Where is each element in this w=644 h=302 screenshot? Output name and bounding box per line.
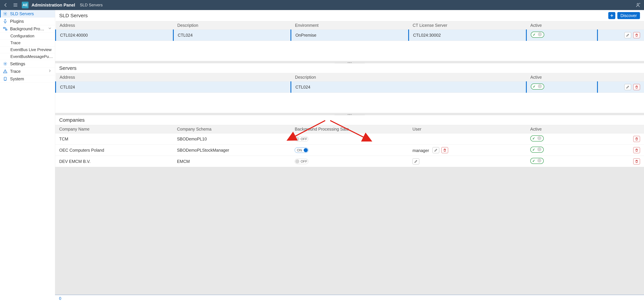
sidebar-item-system[interactable]: System — [0, 75, 55, 83]
plugin-icon — [3, 19, 8, 23]
server-row[interactable]: CTL024 CTL024 ✓ — [56, 82, 644, 93]
footer: 0 — [55, 295, 644, 302]
bps-toggle[interactable]: OFF — [295, 136, 308, 142]
sidebar-sub-eventbus-live-preview[interactable]: EventBus Live Preview — [0, 46, 55, 53]
cell-environment: OnPremise — [291, 30, 409, 41]
menu-button[interactable] — [12, 2, 19, 8]
delete-button[interactable] — [633, 158, 640, 164]
splitter[interactable]: • • • — [55, 61, 644, 63]
sidebar-item-trace[interactable]: Trace — [0, 68, 55, 75]
active-toggle[interactable]: ✓ — [530, 158, 544, 164]
cell-user: manager — [408, 145, 526, 156]
section-title: Servers — [59, 65, 76, 71]
col-environment[interactable]: Environment — [291, 21, 409, 30]
user-activity-icon[interactable] — [635, 2, 642, 8]
trash-icon — [443, 148, 446, 152]
col-address[interactable]: Address — [56, 73, 291, 82]
cell-address: CTL024 — [56, 82, 291, 93]
sidebar: SLD Servers Plugins Background Processin… — [0, 10, 55, 302]
sld-servers-table: Address Description Environment CT Licen… — [55, 21, 644, 41]
sidebar-item-label: Settings — [10, 61, 52, 66]
cell-user — [408, 134, 526, 145]
check-icon: ✓ — [533, 33, 536, 37]
sidebar-item-label: SLD Servers — [10, 11, 52, 16]
trash-icon — [635, 137, 638, 141]
edit-user-button[interactable] — [412, 158, 419, 164]
sidebar-sub-eventbus-message-publisher[interactable]: EventBusMessagePublisher... — [0, 53, 55, 60]
sidebar-sub-label: Configuration — [10, 34, 34, 38]
delete-user-button[interactable] — [442, 147, 448, 153]
trash-icon — [635, 159, 638, 163]
col-user[interactable]: User — [408, 125, 526, 134]
company-row[interactable]: TCM SBODemoPL10 OFF ✓ — [55, 134, 644, 145]
cell-company-schema: EMCM — [173, 156, 291, 167]
section-title: Companies — [59, 117, 85, 123]
add-sld-server-button[interactable] — [608, 12, 615, 19]
svg-rect-5 — [3, 27, 5, 28]
chevron-down-icon — [48, 26, 52, 31]
col-bps[interactable]: Background Processing Sate — [291, 125, 408, 134]
sidebar-item-label: System — [10, 77, 52, 81]
back-button[interactable] — [2, 2, 9, 8]
active-toggle[interactable]: ✓ — [530, 147, 544, 153]
device-icon — [3, 77, 8, 81]
delete-button[interactable] — [633, 84, 640, 90]
delete-button[interactable] — [633, 147, 640, 153]
topbar: AE Administration Panel SLD Servers — [0, 0, 644, 10]
delete-button[interactable] — [633, 32, 640, 38]
section-servers: Servers Address Description Active CTL02… — [55, 63, 644, 113]
cell-address: CTL024:40000 — [56, 30, 174, 41]
app-logo: AE — [22, 2, 28, 8]
app-title: Administration Panel — [32, 2, 75, 8]
edit-button[interactable] — [624, 32, 631, 38]
active-toggle[interactable]: ✓ — [530, 136, 544, 142]
footer-count: 0 — [59, 296, 61, 301]
col-address[interactable]: Address — [56, 21, 174, 30]
sidebar-item-plugins[interactable]: Plugins — [0, 17, 55, 25]
bps-toggle[interactable]: ON — [295, 148, 308, 153]
cell-ct-license: CTL024:30002 — [409, 30, 526, 41]
edit-button[interactable] — [624, 84, 631, 90]
sidebar-sub-label: EventBus Live Preview — [10, 47, 52, 52]
svg-point-4 — [5, 13, 6, 14]
col-active[interactable]: Active — [526, 73, 598, 82]
company-row[interactable]: OEC Computers Poland SBODemoPLStockManag… — [55, 145, 644, 156]
section-sld-servers: SLD Servers Discover Address Description — [55, 10, 644, 61]
plus-icon — [610, 13, 614, 17]
servers-table: Address Description Active CTL024 CTL024… — [55, 73, 644, 93]
col-active[interactable]: Active — [526, 125, 605, 134]
delete-button[interactable] — [633, 136, 640, 142]
col-company-schema[interactable]: Company Schema — [173, 125, 291, 134]
sidebar-item-settings[interactable]: Settings — [0, 60, 55, 68]
edit-user-button[interactable] — [432, 147, 439, 153]
pencil-icon — [626, 33, 630, 37]
col-active[interactable]: Active — [526, 21, 598, 30]
pencil-icon — [434, 148, 438, 152]
cell-company-name: DEV EMCM B.V. — [55, 156, 173, 167]
app-subtitle: SLD Servers — [80, 3, 103, 7]
col-ct-license[interactable]: CT License Server — [409, 21, 526, 30]
check-icon: ✓ — [532, 137, 535, 141]
col-company-name[interactable]: Company Name — [55, 125, 173, 134]
col-description[interactable]: Description — [291, 73, 526, 82]
sidebar-sub-trace[interactable]: Trace — [0, 39, 55, 46]
sidebar-item-background-processing[interactable]: Background Processing — [0, 25, 55, 33]
svg-point-7 — [5, 63, 6, 64]
cell-company-schema: SBODemoPLStockManager — [173, 145, 291, 156]
sidebar-item-sld-servers[interactable]: SLD Servers — [0, 10, 55, 17]
company-row[interactable]: DEV EMCM B.V. EMCM OFF — [55, 156, 644, 167]
check-icon: ✓ — [533, 85, 536, 89]
gear-icon — [3, 11, 8, 16]
flow-icon — [3, 27, 8, 31]
sld-row[interactable]: CTL024:40000 CTL024 OnPremise CTL024:300… — [56, 30, 644, 41]
active-toggle[interactable]: ✓ — [531, 32, 544, 38]
cell-company-name: OEC Computers Poland — [55, 145, 173, 156]
cell-description: CTL024 — [173, 30, 291, 41]
bps-toggle[interactable]: OFF — [295, 159, 308, 164]
col-description[interactable]: Description — [173, 21, 291, 30]
discover-button[interactable]: Discover — [617, 12, 640, 19]
sidebar-sub-configuration[interactable]: Configuration — [0, 33, 55, 39]
active-toggle[interactable]: ✓ — [531, 84, 544, 90]
splitter[interactable]: • • • — [55, 113, 644, 115]
check-icon: ✓ — [532, 159, 535, 163]
